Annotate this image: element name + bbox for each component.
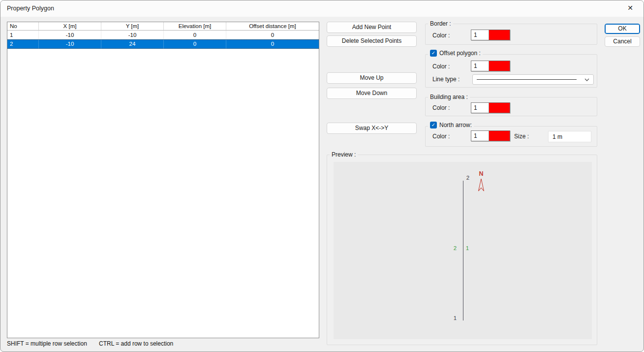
north-arrow-symbol: N [477,171,485,192]
border-color-picker[interactable]: 1 [471,30,510,40]
segment-label-1: 1 [464,245,470,251]
cell-y[interactable]: 24 [101,40,164,48]
offset-color-picker[interactable]: 1 [471,61,510,71]
border-group-title: Border : [428,20,453,27]
preview-group-title: Preview : [330,151,358,158]
north-arrow-group-title: North arrow: [439,122,472,128]
north-color-swatch [489,131,510,141]
swap-xy-button[interactable]: Swap X<->Y [327,123,417,134]
ctrl-hint: CTRL = add row to selection [99,340,173,347]
border-color-label: Color : [432,32,450,39]
offset-polygon-group-title: Offset polygon : [439,50,481,57]
ok-button[interactable]: OK [605,24,640,34]
border-color-swatch [489,30,510,40]
column-header-x: X [m] [39,22,101,30]
chevron-down-icon [584,78,589,82]
shift-hint: SHIFT = multiple row selection [7,340,87,347]
column-header-y: Y [m] [101,22,164,30]
offset-color-swatch [489,61,510,71]
solid-line-preview [477,79,577,80]
north-color-number: 1 [471,131,489,141]
north-color-picker[interactable]: 1 [471,130,510,141]
north-color-label: Color : [432,133,450,140]
property-polygon-dialog: Property Polygon ✕ No X [m] Y [m] Elevat… [0,0,644,352]
dialog-title: Property Polygon [7,0,54,17]
north-arrow-size-input[interactable] [548,131,591,142]
cell-elevation[interactable]: 0 [164,40,226,48]
point-label-2: 2 [465,175,471,181]
segment-label-2: 2 [452,245,458,251]
preview-canvas: 2 1 2 1 N [334,162,592,339]
column-header-no: No [7,22,39,30]
cell-elevation[interactable]: 0 [164,31,226,39]
cell-offset[interactable]: 0 [226,40,319,48]
preview-group: Preview : 2 1 2 1 N [327,155,597,345]
points-table: No X [m] Y [m] Elevation [m] Offset dist… [7,22,319,338]
building-color-number: 1 [471,103,489,113]
building-color-swatch [489,103,510,113]
move-down-button[interactable]: Move Down [327,88,417,99]
line-type-label: Line type : [432,76,460,83]
delete-selected-points-button[interactable]: Delete Selected Points [327,35,417,47]
building-color-picker[interactable]: 1 [471,102,510,113]
polygon-segment-line [463,181,463,320]
cell-offset[interactable]: 0 [226,31,319,39]
size-label: Size : [514,133,529,140]
cancel-button[interactable]: Cancel [605,36,640,47]
north-arrow-checkbox[interactable]: ✓ [430,122,437,128]
line-type-dropdown[interactable] [472,74,594,85]
border-group: Border : Color : 1 [425,24,597,45]
title-bar: Property Polygon ✕ [0,0,644,17]
building-area-group: Building area : Color : 1 [425,97,597,116]
column-header-offset: Offset distance [m] [226,22,319,30]
cell-x[interactable]: -10 [39,31,101,39]
table-row[interactable]: 1 -10 -10 0 0 [7,31,319,39]
north-needle-icon [477,178,485,192]
point-label-1: 1 [452,315,458,321]
offset-polygon-checkbox[interactable]: ✓ [430,50,437,57]
north-arrow-group: ✓ North arrow: Color : 1 Size : [425,126,597,147]
move-up-button[interactable]: Move Up [327,72,417,84]
cell-no[interactable]: 1 [7,31,39,39]
building-area-group-title: Building area : [428,94,470,100]
north-letter: N [477,171,485,177]
add-new-point-button[interactable]: Add New Point [327,22,417,33]
cell-y[interactable]: -10 [101,31,164,39]
table-header-row: No X [m] Y [m] Elevation [m] Offset dist… [7,22,319,31]
offset-polygon-group: ✓ Offset polygon : Color : 1 Line type : [425,54,597,88]
border-color-number: 1 [471,30,489,40]
cell-x[interactable]: -10 [39,40,101,48]
offset-color-label: Color : [432,63,450,70]
building-color-label: Color : [432,104,450,111]
table-row-selected[interactable]: 2 -10 24 0 0 [7,39,319,49]
close-icon[interactable]: ✕ [621,0,640,15]
offset-color-number: 1 [471,61,489,71]
column-header-elevation: Elevation [m] [164,22,226,30]
cell-no[interactable]: 2 [7,40,39,48]
